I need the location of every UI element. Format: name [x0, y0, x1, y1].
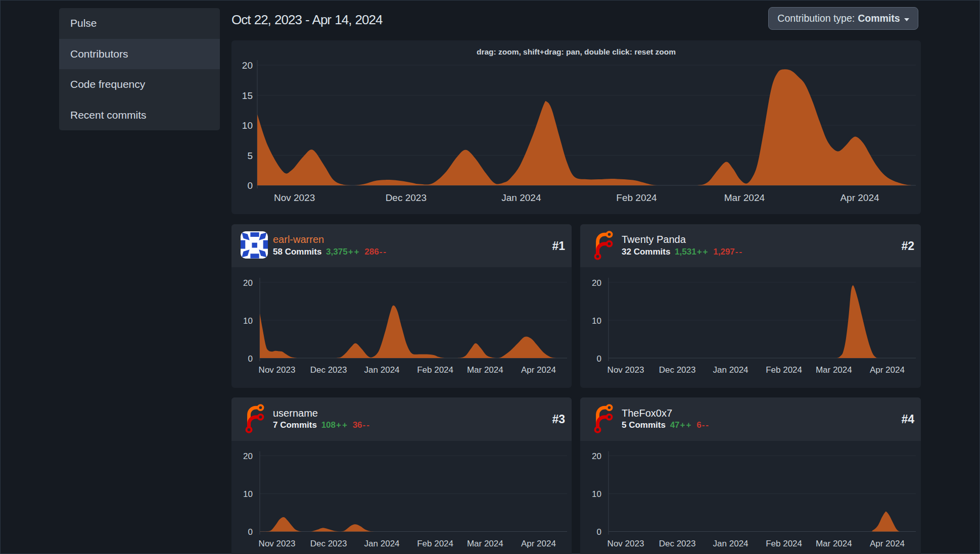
svg-text:Jan 2024: Jan 2024	[713, 365, 749, 375]
svg-text:Jan 2024: Jan 2024	[364, 539, 400, 548]
svg-text:Mar 2024: Mar 2024	[724, 192, 765, 203]
svg-text:20: 20	[243, 278, 253, 288]
svg-text:10: 10	[242, 120, 253, 131]
svg-text:Mar 2024: Mar 2024	[816, 365, 852, 375]
svg-text:Feb 2024: Feb 2024	[417, 365, 453, 375]
svg-text:Nov 2023: Nov 2023	[259, 539, 296, 548]
svg-text:Jan 2024: Jan 2024	[501, 192, 541, 203]
svg-text:Dec 2023: Dec 2023	[386, 192, 427, 203]
svg-text:Dec 2023: Dec 2023	[659, 365, 696, 375]
svg-text:Dec 2023: Dec 2023	[310, 539, 347, 548]
svg-text:10: 10	[243, 316, 253, 326]
svg-text:Jan 2024: Jan 2024	[364, 365, 400, 375]
svg-text:Nov 2023: Nov 2023	[608, 365, 644, 375]
svg-text:Dec 2023: Dec 2023	[310, 365, 347, 375]
svg-text:Nov 2023: Nov 2023	[274, 192, 315, 203]
svg-text:Feb 2024: Feb 2024	[616, 192, 657, 203]
svg-text:20: 20	[242, 60, 253, 71]
svg-text:Apr 2024: Apr 2024	[870, 539, 905, 548]
svg-text:Apr 2024: Apr 2024	[521, 539, 556, 548]
svg-text:0: 0	[247, 180, 253, 191]
svg-text:10: 10	[592, 489, 601, 499]
svg-text:0: 0	[248, 354, 253, 364]
svg-text:Mar 2024: Mar 2024	[467, 539, 503, 548]
svg-text:Feb 2024: Feb 2024	[766, 365, 802, 375]
svg-text:Mar 2024: Mar 2024	[816, 539, 852, 548]
svg-text:Nov 2023: Nov 2023	[259, 365, 296, 375]
svg-text:Feb 2024: Feb 2024	[766, 539, 802, 548]
svg-text:20: 20	[592, 451, 601, 461]
svg-text:20: 20	[243, 451, 253, 461]
svg-text:5: 5	[247, 150, 253, 161]
svg-text:Mar 2024: Mar 2024	[467, 365, 503, 375]
svg-text:Apr 2024: Apr 2024	[521, 365, 556, 375]
svg-text:0: 0	[248, 527, 253, 537]
svg-text:0: 0	[597, 527, 601, 537]
svg-text:Apr 2024: Apr 2024	[840, 192, 879, 203]
svg-text:15: 15	[242, 90, 253, 101]
svg-text:Jan 2024: Jan 2024	[713, 539, 749, 548]
svg-text:Feb 2024: Feb 2024	[417, 539, 453, 548]
svg-text:10: 10	[243, 489, 253, 499]
svg-text:Dec 2023: Dec 2023	[659, 539, 696, 548]
svg-text:0: 0	[597, 354, 601, 364]
svg-text:10: 10	[592, 316, 601, 326]
svg-text:Nov 2023: Nov 2023	[608, 539, 644, 548]
svg-text:Apr 2024: Apr 2024	[870, 365, 905, 375]
svg-text:20: 20	[592, 278, 601, 288]
